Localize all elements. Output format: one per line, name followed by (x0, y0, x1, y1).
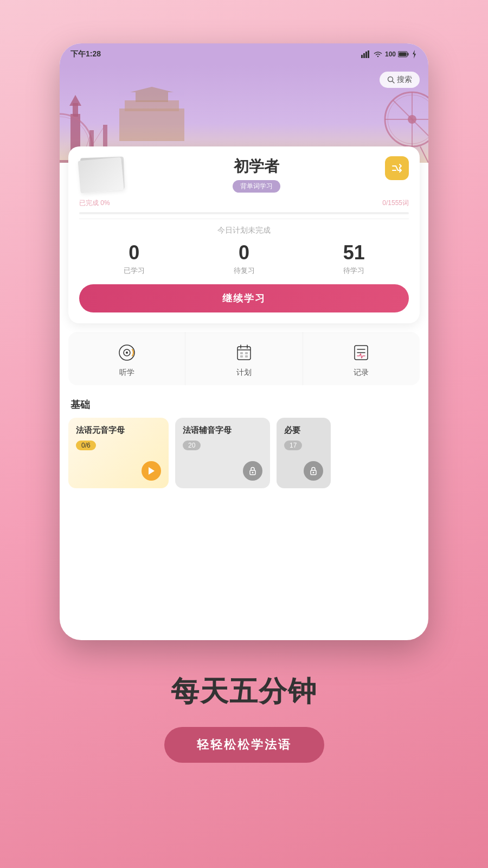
progress-section: 已完成 0% 0/1555词 (68, 194, 420, 212)
status-icons: 100 (361, 50, 418, 59)
action-plan[interactable]: 计划 (185, 332, 303, 385)
svg-point-53 (252, 471, 254, 473)
action-record[interactable]: 记录 (303, 332, 420, 385)
record-icon (350, 342, 372, 363)
stat-review: 0 待复习 (189, 242, 299, 276)
battery-icon (398, 51, 409, 58)
course-card-1-badge: 0/6 (76, 441, 96, 450)
shuffle-icon (391, 162, 403, 174)
course-card-1-title: 法语元音字母 (76, 425, 161, 436)
svg-line-31 (420, 146, 428, 163)
svg-rect-46 (245, 352, 248, 354)
search-icon (387, 76, 395, 84)
svg-marker-20 (130, 87, 174, 92)
svg-line-37 (393, 81, 395, 84)
lock-button-3 (304, 461, 323, 481)
louvre-bg (119, 87, 184, 143)
svg-line-29 (412, 119, 428, 138)
svg-rect-2 (365, 52, 367, 58)
status-time: 下午1:28 (70, 49, 101, 59)
battery-text: 100 (385, 50, 396, 58)
listen-icon (116, 342, 138, 363)
search-label: 搜索 (397, 75, 412, 85)
vocab-tag: 背单词学习 (233, 180, 280, 193)
svg-rect-41 (237, 347, 251, 360)
svg-rect-6 (399, 53, 407, 56)
course-cards: 法语元音字母 0/6 法语辅音字母 20 必要 17 (60, 418, 428, 499)
lock-button-2 (243, 461, 262, 481)
svg-point-55 (313, 471, 314, 473)
charging-icon (411, 50, 418, 59)
action-listen[interactable]: 听学 (68, 332, 185, 385)
stat-learned-number: 0 (79, 242, 189, 264)
cta-button[interactable]: 轻轻松松学法语 (164, 727, 324, 763)
plan-icon (233, 342, 255, 363)
play-button-1[interactable] (142, 461, 161, 481)
course-card-1[interactable]: 法语元音字母 0/6 (68, 418, 169, 488)
svg-rect-47 (240, 355, 243, 358)
svg-rect-19 (136, 92, 168, 102)
stat-pending: 51 待学习 (299, 242, 409, 276)
svg-rect-5 (408, 53, 409, 56)
svg-rect-17 (119, 108, 184, 141)
wifi-icon (373, 50, 383, 58)
lock-icon-2 (249, 467, 256, 475)
course-card-2-title: 法语辅音字母 (183, 425, 262, 436)
status-bar: 下午1:28 100 (60, 43, 428, 65)
stat-learned-label: 已学习 (79, 266, 189, 276)
svg-rect-0 (361, 55, 363, 58)
svg-rect-3 (368, 50, 369, 58)
plan-status: 今日计划未完成 (68, 224, 420, 242)
search-button[interactable]: 搜索 (380, 72, 420, 88)
stats-row: 0 已学习 0 待复习 51 待学习 (68, 242, 420, 284)
svg-point-40 (126, 352, 128, 354)
svg-marker-9 (69, 95, 81, 106)
progress-bar (79, 212, 409, 214)
course-card-3[interactable]: 必要 17 (277, 418, 331, 488)
stat-learned: 0 已学习 (79, 242, 189, 276)
divider (79, 219, 409, 219)
progress-right: 0/1555词 (382, 199, 409, 208)
progress-left: 已完成 0% (79, 199, 110, 208)
svg-rect-48 (245, 355, 248, 358)
svg-line-28 (393, 100, 412, 119)
svg-rect-1 (363, 53, 365, 58)
action-listen-label: 听学 (119, 368, 134, 378)
stat-review-number: 0 (189, 242, 299, 264)
section-title: 基础 (60, 394, 428, 418)
continue-button[interactable]: 继续学习 (79, 284, 409, 312)
level-title: 初学者 (128, 156, 385, 177)
stat-pending-number: 51 (299, 242, 409, 264)
stat-pending-label: 待学习 (299, 266, 409, 276)
shuffle-button[interactable] (385, 156, 409, 180)
lock-icon-3 (310, 467, 317, 475)
action-record-label: 记录 (354, 368, 369, 378)
book-visual (79, 156, 128, 194)
tagline: 每天五分钟 (171, 673, 317, 711)
play-icon (147, 467, 155, 475)
stat-review-label: 待复习 (189, 266, 299, 276)
quick-actions: 听学 计划 (68, 332, 420, 385)
course-card-3-badge: 17 (284, 441, 302, 450)
action-plan-label: 计划 (236, 368, 252, 378)
svg-rect-45 (240, 352, 243, 354)
signal-icon (361, 50, 371, 58)
course-card-3-title: 必要 (284, 425, 323, 436)
phone-frame: 下午1:28 100 (60, 43, 428, 640)
course-card-2-badge: 20 (183, 441, 201, 450)
course-card-2[interactable]: 法语辅音字母 20 (175, 418, 270, 488)
card-title-section: 初学者 背单词学习 (128, 156, 385, 193)
main-learning-card: 初学者 背单词学习 已完成 0% 0/1555词 今日计划未完成 (68, 146, 420, 323)
bottom-section: 每天五分钟 轻轻松松学法语 (143, 640, 346, 779)
